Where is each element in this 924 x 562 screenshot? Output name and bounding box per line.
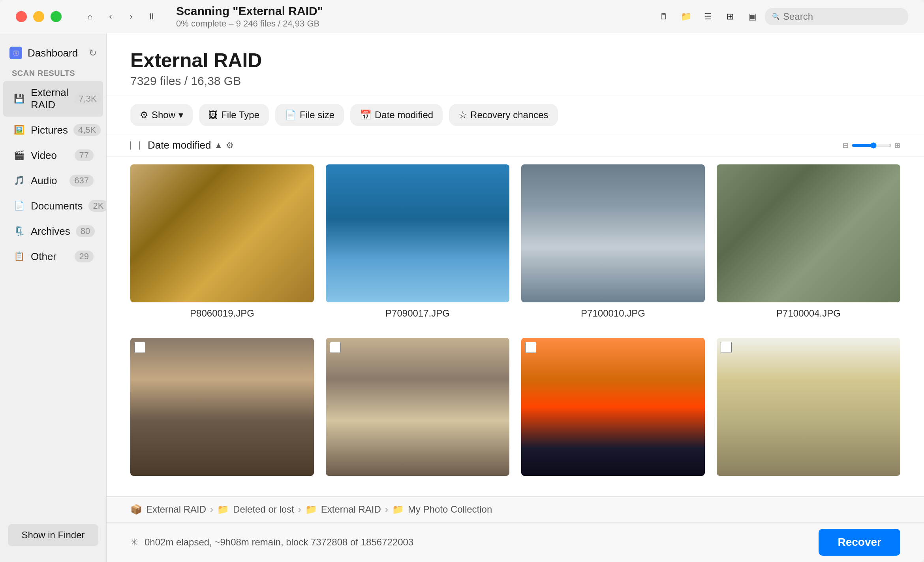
content-title: External RAID (130, 49, 900, 72)
sidebar-item-documents[interactable]: 📄 Documents 2K (3, 194, 103, 218)
image-select-checkbox[interactable] (330, 342, 341, 353)
image-card (521, 338, 705, 488)
zoom-in-icon: ⊞ (894, 141, 900, 150)
image-filename (521, 480, 705, 483)
image-wrapper[interactable] (326, 338, 509, 476)
forward-button[interactable]: › (122, 8, 140, 25)
image-filename: P7100010.JPG (521, 306, 705, 321)
image-card (326, 338, 509, 488)
archives-icon: 🗜️ (13, 225, 25, 238)
file-type-filter-button[interactable]: 🖼 File Type (199, 104, 269, 126)
image-thumbnail (130, 338, 314, 476)
file-size-filter-button[interactable]: 📄 File size (275, 104, 344, 126)
status-text: 0h02m elapsed, ~9h08m remain, block 7372… (145, 537, 812, 548)
sidebar-item-dashboard[interactable]: ⊞ Dashboard ↻ (0, 41, 106, 65)
zoom-slider[interactable]: ⊟ ⊞ (843, 141, 900, 150)
sort-settings-icon[interactable]: ⚙ (226, 140, 234, 151)
zoom-out-icon: ⊟ (843, 141, 849, 150)
image-wrapper[interactable] (717, 338, 900, 476)
image-wrapper[interactable] (326, 164, 509, 302)
image-thumbnail (521, 164, 705, 302)
image-wrapper[interactable] (717, 164, 900, 302)
sidebar-item-other[interactable]: 📋 Other 29 (3, 245, 103, 268)
recovery-chances-label: Recovery chances (470, 109, 548, 121)
grid-view-button[interactable]: ⊞ (721, 7, 740, 26)
folder-icon: 📁 (305, 504, 317, 515)
image-card (717, 338, 900, 488)
breadcrumb-item[interactable]: 📦 External RAID (130, 504, 206, 515)
folder-icon: 📁 (392, 504, 404, 515)
image-card: P8060019.JPG (130, 164, 314, 326)
sidebar-label: Archives (31, 225, 70, 238)
image-wrapper[interactable] (130, 164, 314, 302)
drive-icon: 📦 (130, 504, 142, 515)
image-wrapper[interactable] (521, 164, 705, 302)
sidebar-item-pictures[interactable]: 🖼️ Pictures 4,5K (3, 118, 103, 142)
show-filter-label: Show (152, 109, 175, 121)
recovery-chances-filter-button[interactable]: ☆ Recovery chances (449, 104, 558, 126)
titlebar-subtitle: 0% complete – 9 246 files / 24,93 GB (176, 19, 642, 29)
file-type-label: File Type (221, 109, 259, 121)
preview-button[interactable]: ▣ (743, 7, 762, 26)
sidebar-count: 2K (88, 200, 109, 212)
image-wrapper[interactable] (521, 338, 705, 476)
pause-button[interactable]: ⏸ (143, 8, 160, 25)
select-all-checkbox[interactable] (130, 141, 140, 150)
breadcrumb-item[interactable]: 📁 External RAID (305, 504, 381, 515)
sidebar-label: Other (31, 251, 69, 263)
recover-button[interactable]: Recover (819, 529, 900, 556)
folder-view-button[interactable]: 📁 (676, 7, 695, 26)
main-layout: ⊞ Dashboard ↻ Scan results 💾 External RA… (0, 33, 924, 562)
close-button[interactable] (16, 11, 27, 22)
image-filename: P7090017.JPG (326, 306, 509, 321)
content-header: External RAID 7329 files / 16,38 GB (107, 33, 924, 96)
sidebar-item-external-raid[interactable]: 💾 External RAID 7,3K (3, 81, 103, 117)
breadcrumb-bar: 📦 External RAID › 📁 Deleted or lost › 📁 … (107, 496, 924, 522)
sidebar-item-video[interactable]: 🎬 Video 77 (3, 143, 103, 167)
image-thumbnail (326, 164, 509, 302)
new-file-button[interactable]: 🗒 (654, 7, 673, 26)
file-type-icon: 🖼 (208, 109, 218, 121)
sidebar-label: Audio (31, 175, 64, 187)
sidebar-label: External RAID (31, 87, 68, 111)
audio-icon: 🎵 (13, 174, 25, 187)
sort-direction-icon[interactable]: ▲ (214, 140, 223, 151)
external-raid-icon: 💾 (13, 92, 25, 105)
status-bar: ✳ 0h02m elapsed, ~9h08m remain, block 73… (107, 522, 924, 562)
sidebar-item-audio[interactable]: 🎵 Audio 637 (3, 169, 103, 192)
traffic-lights (16, 11, 62, 22)
image-filename (717, 480, 900, 483)
maximize-button[interactable] (51, 11, 62, 22)
zoom-range-input[interactable] (852, 142, 891, 149)
image-card: P7100010.JPG (521, 164, 705, 326)
image-select-checkbox[interactable] (721, 342, 732, 353)
image-thumbnail (717, 338, 900, 476)
sidebar-item-archives[interactable]: 🗜️ Archives 80 (3, 219, 103, 243)
date-modified-filter-button[interactable]: 📅 Date modified (350, 104, 443, 126)
sidebar-count: 7,3K (74, 93, 101, 105)
documents-icon: 📄 (13, 200, 25, 212)
breadcrumb-item[interactable]: 📁 My Photo Collection (392, 504, 492, 515)
minimize-button[interactable] (33, 11, 44, 22)
search-input[interactable] (783, 11, 901, 22)
image-select-checkbox[interactable] (525, 342, 536, 353)
back-button[interactable]: ‹ (102, 8, 119, 25)
breadcrumb-item[interactable]: 📁 Deleted or lost (217, 504, 294, 515)
sidebar-count: 637 (69, 175, 94, 187)
image-filename: P7100004.JPG (717, 306, 900, 321)
home-button[interactable]: ⌂ (81, 8, 99, 25)
image-select-checkbox[interactable] (134, 342, 145, 353)
breadcrumb: 📦 External RAID › 📁 Deleted or lost › 📁 … (130, 504, 900, 515)
show-finder-button[interactable]: Show in Finder (8, 524, 98, 546)
loading-spinner: ↻ (89, 47, 97, 58)
sort-label: Date modified ▲ ⚙ (148, 139, 234, 151)
list-view-button[interactable]: ☰ (699, 7, 717, 26)
sort-label-text: Date modified (148, 139, 211, 151)
search-box[interactable]: 🔍 (765, 8, 908, 25)
image-wrapper[interactable] (130, 338, 314, 476)
image-thumbnail (717, 164, 900, 302)
show-filter-button[interactable]: ⚙ Show ▾ (130, 104, 193, 126)
sidebar-count: 29 (75, 251, 94, 262)
filter-bar: ⚙ Show ▾ 🖼 File Type 📄 File size 📅 Date … (107, 96, 924, 134)
image-thumbnail (130, 164, 314, 302)
